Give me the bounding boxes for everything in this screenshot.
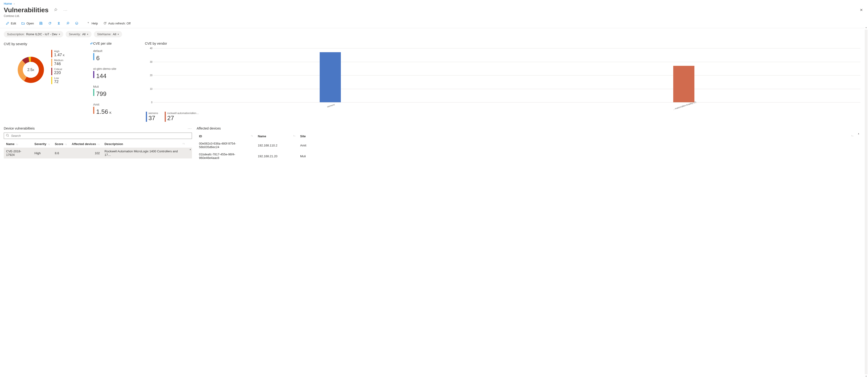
chevron-right-icon: ›: [13, 2, 14, 5]
chevron-down-icon: ▾: [59, 33, 60, 35]
donut-center-value: 2.5K: [16, 55, 46, 85]
vertical-scrollbar[interactable]: ▲: [189, 148, 192, 159]
undo-icon: ↶: [90, 42, 93, 46]
affected-title: Affected devices: [197, 127, 221, 130]
col-name[interactable]: Name↑↓: [4, 140, 32, 148]
filter-subscription-label: Subscription:: [7, 32, 25, 36]
feedback-button[interactable]: [73, 21, 81, 26]
site-item[interactable]: ot-gtm-demo-site 144: [93, 67, 145, 80]
search-input[interactable]: [10, 134, 190, 138]
scroll-up-icon: ▲: [857, 133, 861, 135]
bar-0[interactable]: siemens: [153, 48, 507, 102]
breadcrumb: Home ›: [0, 0, 868, 5]
vendor-legend-item[interactable]: siemens37: [146, 112, 158, 122]
col-affected[interactable]: Affected devices↑↓: [69, 140, 102, 148]
save-icon: [39, 22, 43, 25]
search-box[interactable]: [4, 133, 192, 139]
search-icon: [6, 134, 9, 138]
legend-item[interactable]: Medium 746: [51, 59, 65, 66]
edit-button[interactable]: Edit: [4, 21, 18, 26]
bar-1[interactable]: …mation/allen-bradley (1): [507, 48, 861, 102]
scroll-up-icon: ▴: [864, 26, 868, 29]
close-icon: ✕: [860, 8, 863, 12]
sort-icon: ↑↓: [48, 143, 50, 145]
filter-severity-label: Severity:: [69, 32, 81, 36]
filter-sitename-value: All: [113, 32, 116, 36]
filter-subscription[interactable]: Subscription: Rome ILDC - IoT - Dev ▾: [4, 31, 63, 37]
open-label: Open: [26, 22, 34, 25]
question-icon: [86, 22, 90, 25]
col-site[interactable]: Site↑↓: [298, 133, 856, 140]
severity-legend: High 1.47 K Medium 746 Critical 220 Low …: [51, 50, 65, 84]
sort-icon: ↑↓: [97, 143, 100, 145]
vertical-scrollbar[interactable]: ▲: [857, 133, 861, 162]
table-row[interactable]: CVE-2018-17924High8.6102Rockwell Automat…: [4, 148, 192, 159]
col-id[interactable]: ID↑↓: [197, 133, 255, 140]
svg-point-3: [6, 134, 8, 136]
sort-icon: ↑↓: [251, 134, 253, 137]
panel-cve-severity: CVE by severity ↶ 2.5K High 1.47 K Mediu…: [4, 42, 93, 122]
pin-button[interactable]: [53, 7, 58, 13]
site-item[interactable]: Muli 799: [93, 85, 145, 98]
severity-donut-chart[interactable]: 2.5K: [16, 55, 46, 85]
page-title: Vulnerabilities: [4, 6, 49, 14]
panel-more-button[interactable]: ···: [188, 127, 192, 130]
filter-severity[interactable]: Severity: All ▾: [66, 31, 92, 37]
affected-devices-table: ID↑↓ Name↑↓ Site↑↓ 00e082c0-638a-480f-97…: [197, 133, 861, 162]
scroll-up-icon: ▲: [189, 148, 192, 150]
toolbar: Edit Open Help: [0, 19, 868, 28]
legend-item[interactable]: Critical 220: [51, 68, 65, 75]
filter-sitename[interactable]: SiteName: All ▾: [94, 31, 122, 37]
col-score[interactable]: Score↑↓: [53, 140, 69, 148]
device-vuln-title: Device vulnerabiltieis: [4, 127, 35, 130]
folder-open-icon: [21, 22, 25, 25]
save-button[interactable]: [37, 21, 45, 26]
page-scrollbar[interactable]: ▴ ▾: [864, 26, 868, 165]
table-row[interactable]: 00e082c0-638a-480f-9754-56b035d6ec24192.…: [197, 140, 861, 151]
pin2-button[interactable]: [64, 21, 71, 26]
svg-point-0: [75, 22, 78, 25]
vendor-bar-chart[interactable]: 010203040 siemens …mation/allen-bradley …: [153, 48, 861, 102]
refresh-button[interactable]: [46, 21, 54, 26]
legend-item[interactable]: High 1.47 K: [51, 50, 65, 57]
smiley-icon: [75, 22, 79, 25]
autorefresh-button[interactable]: Auto refresh: Off: [101, 21, 132, 26]
autorefresh-label: Auto refresh: Off: [108, 22, 130, 25]
chevron-down-icon: ▾: [87, 33, 88, 35]
undo-button[interactable]: ↶: [90, 42, 93, 46]
col-desc[interactable]: Descriptsion↑↓: [102, 140, 187, 148]
panel-vendor-title: CVE by vendor: [145, 42, 167, 45]
page-subtitle: Contoso Ltd.: [4, 14, 68, 18]
more-icon: ···: [63, 8, 67, 12]
filter-bar: Subscription: Rome ILDC - IoT - Dev ▾ Se…: [0, 28, 868, 42]
share-icon: [57, 22, 61, 25]
device-vuln-table: Name↑↓ Severity↑↓ Score↑↓ Affected devic…: [4, 140, 192, 159]
sort-icon: ↑↓: [16, 143, 18, 145]
help-button[interactable]: Help: [85, 21, 100, 26]
col-severity[interactable]: Severity↑↓: [32, 140, 53, 148]
clock-refresh-icon: [103, 22, 107, 25]
sort-icon: ↑↓: [293, 134, 296, 137]
legend-item[interactable]: Low 72: [51, 77, 65, 84]
vendor-legend: siemens37 rockwell automation/allen…27: [146, 112, 861, 122]
pin-icon: [54, 8, 57, 12]
site-item[interactable]: Amit 1.56 K: [93, 103, 145, 115]
site-item[interactable]: default 6: [93, 49, 145, 62]
open-button[interactable]: Open: [19, 21, 36, 26]
breadcrumb-home[interactable]: Home: [4, 2, 12, 5]
chevron-down-icon: ▾: [118, 33, 119, 35]
filter-subscription-value: Rome ILDC - IoT - Dev: [26, 32, 57, 36]
vendor-legend-item[interactable]: rockwell automation/allen…27: [165, 112, 199, 122]
pin-icon: [66, 22, 70, 25]
table-row[interactable]: 01bdeafc-7817-455e-96f4-960e46e4aac8192.…: [197, 151, 861, 162]
more-button[interactable]: ···: [63, 7, 68, 13]
close-button[interactable]: ✕: [858, 6, 864, 14]
share-button[interactable]: [55, 21, 63, 26]
panel-cve-by-vendor: CVE by vendor 010203040 siemens …mation/…: [145, 42, 861, 122]
panel-affected-devices: Affected devices ID↑↓ Name↑↓ Site↑↓ 00e0…: [197, 127, 861, 162]
help-label: Help: [92, 22, 98, 25]
sort-icon: ↑↓: [183, 142, 185, 145]
panel-persite-title: CVE per site: [93, 42, 112, 45]
page-header: Vulnerabilities ··· Contoso Ltd. ✕: [0, 5, 868, 19]
col-name[interactable]: Name↑↓: [255, 133, 298, 140]
